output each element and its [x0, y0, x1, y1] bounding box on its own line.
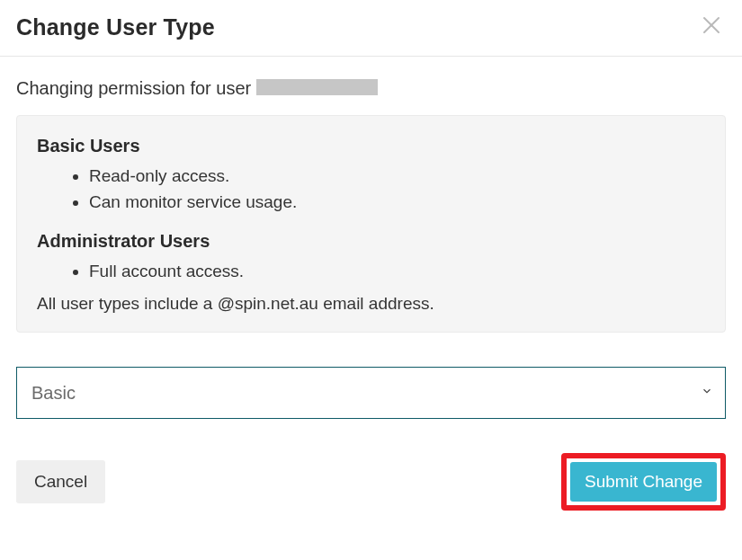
basic-users-list: Read-only access. Can monitor service us… — [37, 164, 705, 215]
admin-users-list: Full account access. — [37, 259, 705, 285]
basic-users-heading: Basic Users — [37, 136, 705, 156]
submit-highlight: Submit Change — [561, 453, 726, 511]
list-item: Full account access. — [89, 259, 705, 285]
modal-header: Change User Type — [0, 0, 742, 57]
list-item: Can monitor service usage. — [89, 190, 705, 216]
modal-body: Changing permission for user Basic Users… — [0, 57, 742, 419]
submit-change-button[interactable]: Submit Change — [570, 462, 717, 502]
info-footer-text: All user types include a @spin.net.au em… — [37, 294, 705, 314]
cancel-button[interactable]: Cancel — [16, 460, 105, 503]
subtitle-text: Changing permission for user — [16, 78, 251, 99]
permission-subtitle: Changing permission for user — [16, 78, 726, 99]
modal-footer: Cancel Submit Change — [0, 453, 742, 511]
change-user-type-modal: Change User Type Changing permission for… — [0, 0, 742, 560]
admin-users-heading: Administrator Users — [37, 231, 705, 252]
user-type-select[interactable]: Basic Administrator — [16, 367, 726, 419]
modal-title: Change User Type — [16, 14, 215, 40]
user-type-info-card: Basic Users Read-only access. Can monito… — [16, 115, 726, 333]
list-item: Read-only access. — [89, 164, 705, 190]
close-button[interactable] — [697, 13, 726, 41]
user-type-select-wrap: Basic Administrator — [16, 367, 726, 419]
close-icon — [701, 14, 722, 40]
username-redacted — [256, 79, 378, 95]
